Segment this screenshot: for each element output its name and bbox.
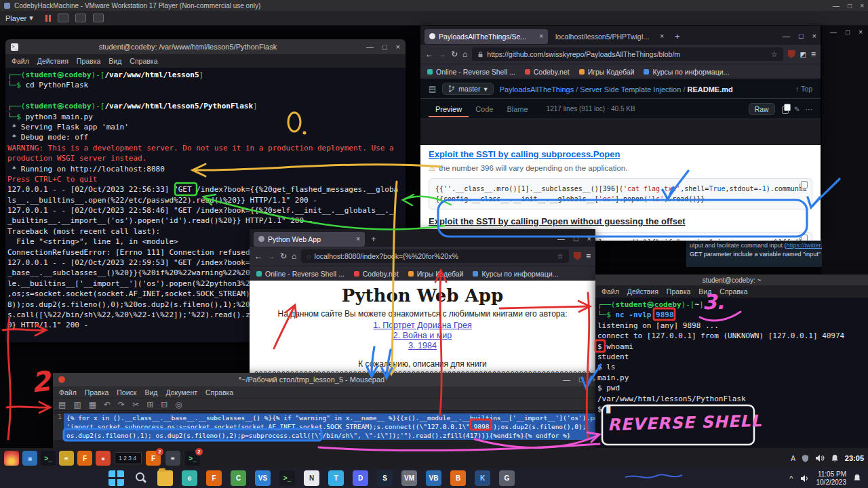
- edit-pencil-icon[interactable]: ✎: [794, 105, 800, 113]
- menu-item[interactable]: Вид: [144, 388, 157, 396]
- copy-icon[interactable]: ⊞: [146, 400, 153, 409]
- mousepad-text[interactable]: 1{% for x in ().__class__.__base__.__sub…: [53, 412, 602, 448]
- workspace-switcher[interactable]: 1234: [115, 452, 142, 464]
- tab-python-web-app[interactable]: Python Web App ×: [254, 232, 365, 247]
- open-icon[interactable]: ▥: [73, 400, 81, 409]
- book-link[interactable]: 3. 1984: [250, 341, 595, 351]
- bookmark-item[interactable]: Online - Reverse Shell ...: [256, 270, 344, 278]
- bookmark-item[interactable]: Курсы по информаци...: [473, 270, 558, 278]
- copy-code-icon[interactable]: [799, 237, 806, 241]
- menu-item[interactable]: Документ: [165, 388, 197, 396]
- display-settings-icon[interactable]: ■: [22, 451, 37, 466]
- home-icon[interactable]: ⌂: [462, 49, 467, 59]
- extensions-icon[interactable]: ◩: [800, 51, 806, 58]
- menu-item[interactable]: Действия: [37, 57, 68, 65]
- ssti-heading-1[interactable]: Exploit the SSTI by calling subprocess.P…: [429, 149, 812, 159]
- burp-icon[interactable]: B: [450, 470, 466, 486]
- breadcrumb-item[interactable]: PayloadsAllTheThings: [500, 85, 574, 94]
- edge-icon[interactable]: e: [182, 470, 197, 486]
- branch-selector[interactable]: master ▾: [442, 83, 493, 95]
- terminal-nc-titlebar[interactable]: student@codeby: ~: [595, 274, 868, 285]
- ssti-heading-2[interactable]: Exploit the SSTI by calling Popen withou…: [429, 216, 812, 226]
- menu-item[interactable]: Поиск: [117, 388, 136, 396]
- github-url-bar[interactable]: https://github.com/swisskyrepo/PayloadsA…: [472, 47, 783, 61]
- kali-icon[interactable]: K: [475, 470, 490, 486]
- bookmark-item[interactable]: Игры Кодебай: [579, 68, 635, 76]
- menu-item[interactable]: Файл: [12, 57, 29, 65]
- bookmark-item[interactable]: Online - Reverse Shell ...: [427, 68, 515, 76]
- shield-icon[interactable]: [802, 454, 809, 463]
- redo-icon[interactable]: ↷: [118, 400, 125, 409]
- window-control[interactable]: □: [574, 235, 578, 243]
- menu-item[interactable]: Вид: [108, 57, 121, 65]
- new-document-icon[interactable]: ▤: [58, 400, 66, 409]
- chrome-icon[interactable]: C: [231, 470, 246, 486]
- github-tab-code[interactable]: Code: [469, 101, 500, 117]
- search-icon[interactable]: [133, 470, 149, 486]
- fragment-link[interactable]: https://twitter.com/SecGus: [787, 242, 822, 249]
- player-menu[interactable]: Player▾: [5, 14, 33, 22]
- tab-payloadsallthethings[interactable]: PayloadsAllTheThings/Se... ×: [425, 29, 548, 44]
- telegram-icon[interactable]: T: [328, 470, 344, 486]
- vmware-icon[interactable]: VM: [401, 470, 417, 486]
- firefox-icon[interactable]: F: [206, 470, 222, 486]
- windows-clock[interactable]: 11:05 PM 10/2/2023: [816, 470, 847, 487]
- window-control[interactable]: —: [830, 29, 837, 36]
- tab-localhost-phptwig[interactable]: localhost/lesson5/PHPTwigI... ×: [551, 29, 669, 44]
- vscode-icon[interactable]: VS: [255, 470, 271, 486]
- close-tab-icon[interactable]: ×: [660, 33, 664, 40]
- window-control[interactable]: □: [579, 375, 584, 384]
- reload-icon[interactable]: ↻: [451, 49, 458, 59]
- notepad-icon[interactable]: N: [304, 470, 319, 486]
- firefox-window-icon[interactable]: F2: [146, 451, 161, 466]
- menu-item[interactable]: Справка: [130, 57, 157, 65]
- files-window-icon[interactable]: ≡: [165, 451, 180, 466]
- book-link[interactable]: 2. Война и мир: [250, 331, 595, 341]
- top-link[interactable]: ↑ Top: [795, 85, 812, 93]
- menu-item[interactable]: Правка: [667, 287, 690, 296]
- discord-icon[interactable]: D: [353, 470, 368, 486]
- bookmark-item[interactable]: Codeby.net: [525, 68, 570, 76]
- menu-item[interactable]: Файл: [601, 287, 619, 296]
- raw-button[interactable]: Raw: [749, 103, 775, 115]
- paste-icon[interactable]: ⊟: [161, 400, 167, 409]
- window-control[interactable]: □: [846, 29, 850, 36]
- fullscreen-icon[interactable]: [58, 14, 68, 22]
- menu-item[interactable]: Правка: [85, 388, 108, 396]
- app-url-bar[interactable]: ◌ localhost:8080/index?book={%%20for%20x…: [301, 249, 569, 263]
- volume-icon[interactable]: [800, 474, 810, 483]
- forward-icon[interactable]: →: [438, 49, 446, 59]
- window-control[interactable]: ×: [859, 29, 863, 36]
- new-tab-button[interactable]: +: [368, 234, 380, 244]
- github-tab-blame[interactable]: Blame: [500, 101, 534, 117]
- window-control[interactable]: □: [848, 2, 852, 9]
- breadcrumb-item[interactable]: README.md: [688, 85, 733, 94]
- more-options-icon[interactable]: ⋯: [806, 105, 813, 113]
- bookmark-item[interactable]: Codeby.net: [354, 270, 399, 278]
- menu-item[interactable]: Действия: [627, 287, 658, 296]
- window-control[interactable]: —: [557, 235, 565, 243]
- home-icon[interactable]: ⌂: [292, 251, 296, 261]
- virtualbox-icon[interactable]: VB: [426, 470, 441, 486]
- file-explorer-icon[interactable]: [157, 470, 173, 486]
- terminal-icon[interactable]: >_: [279, 470, 295, 486]
- bookmark-star-icon[interactable]: ☆: [557, 252, 564, 261]
- tray-expand-icon[interactable]: ^: [789, 474, 793, 483]
- menu-hamburger-icon[interactable]: ≡: [586, 251, 591, 261]
- pause-vm-button[interactable]: [45, 15, 51, 22]
- window-control[interactable]: ×: [587, 235, 591, 243]
- back-icon[interactable]: ←: [425, 49, 433, 59]
- site-info-icon[interactable]: ◌: [307, 252, 311, 260]
- app-menu-icon[interactable]: [4, 451, 19, 466]
- menu-hamburger-icon[interactable]: ≡: [811, 49, 816, 59]
- github-code-block-1[interactable]: {{''.__class__.mro()[1].__subclasses__()…: [429, 178, 812, 209]
- window-control[interactable]: ×: [812, 33, 816, 40]
- close-tab-icon[interactable]: ×: [539, 33, 543, 40]
- volume-icon[interactable]: [815, 454, 825, 462]
- window-control[interactable]: —: [366, 43, 374, 51]
- bookmark-item[interactable]: Курсы по информаци...: [644, 68, 729, 76]
- back-icon[interactable]: ←: [254, 251, 262, 261]
- devices-icon[interactable]: [75, 14, 86, 22]
- firefox-icon[interactable]: F: [77, 451, 92, 466]
- sidebar-toggle-icon[interactable]: ▤: [429, 84, 436, 94]
